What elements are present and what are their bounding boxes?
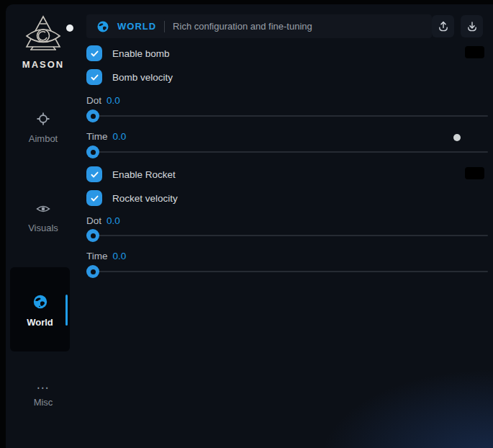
slider-value: 0.0 [113, 251, 127, 261]
section-title: WORLD [117, 21, 156, 32]
checkbox-label: Enable bomb [112, 48, 170, 59]
slider-track[interactable] [86, 115, 488, 117]
upload-icon [437, 20, 450, 33]
slider-handle[interactable] [86, 229, 99, 242]
slider-label: Time [86, 131, 108, 142]
checkbox-label: Rocket velocity [112, 193, 178, 204]
cheat-menu-window: MASON Aimbot Visuals [6, 4, 493, 448]
slider-rocket-dot[interactable] [86, 229, 488, 242]
download-icon [466, 20, 479, 33]
slider-value: 0.0 [107, 215, 120, 226]
crosshair-icon [37, 112, 50, 125]
slider-track[interactable] [86, 271, 488, 272]
slider-caption: Dot 0.0 [86, 95, 120, 106]
cursor-dot [453, 134, 461, 141]
slider-track[interactable] [86, 235, 488, 236]
ellipsis-icon: ⋯ [6, 385, 81, 392]
slider-bomb-dot[interactable] [86, 109, 488, 122]
slider-label: Time [86, 251, 108, 261]
slider-bomb-time[interactable] [86, 145, 488, 158]
slider-rocket-time[interactable] [86, 265, 488, 278]
export-config-button[interactable] [432, 15, 454, 37]
slider-handle[interactable] [86, 109, 99, 122]
eye-icon [36, 203, 50, 216]
section-subtitle: Rich configuration and fine-tuning [173, 21, 312, 32]
checkbox-label: Bomb velocity [112, 72, 173, 83]
sidebar: MASON Aimbot Visuals [6, 4, 81, 448]
checkbox-enable-rocket[interactable] [86, 166, 102, 182]
slider-caption: Time 0.0 [86, 131, 126, 142]
checkbox-bomb-velocity[interactable] [86, 69, 102, 85]
slider-value: 0.0 [113, 131, 127, 142]
bomb-color-swatch[interactable] [465, 46, 484, 58]
header-divider [164, 21, 165, 32]
slider-track[interactable] [86, 151, 488, 153]
eye-pyramid-icon [22, 45, 65, 57]
sidebar-item-label: Misc [6, 397, 81, 408]
sidebar-item-label: Visuals [6, 223, 81, 233]
brand-name: MASON [6, 59, 81, 70]
checkbox-row: Enable Rocket [86, 166, 176, 182]
rocket-color-swatch[interactable] [465, 167, 484, 179]
checkbox-enable-bomb[interactable] [86, 45, 102, 61]
sidebar-item-misc[interactable]: ⋯ Misc [6, 385, 81, 408]
sidebar-item-world[interactable]: World [10, 267, 70, 351]
sidebar-item-label: World [10, 317, 70, 328]
slider-caption: Dot 0.0 [86, 215, 120, 226]
checkbox-row: Bomb velocity [86, 69, 173, 85]
slider-handle[interactable] [86, 265, 99, 278]
slider-label: Dot [86, 215, 101, 226]
checkbox-row: Rocket velocity [86, 190, 178, 206]
globe-icon [96, 20, 109, 33]
sidebar-item-aimbot[interactable]: Aimbot [6, 112, 81, 144]
sidebar-item-visuals[interactable]: Visuals [6, 203, 81, 233]
section-header: WORLD Rich configuration and fine-tuning [86, 14, 432, 38]
import-config-button[interactable] [461, 15, 483, 37]
slider-caption: Time 0.0 [86, 251, 126, 261]
slider-label: Dot [86, 95, 101, 106]
slider-handle[interactable] [86, 145, 99, 158]
checkbox-rocket-velocity[interactable] [86, 190, 102, 206]
active-indicator-bar [65, 295, 68, 326]
sidebar-item-label: Aimbot [6, 133, 81, 144]
screen: MASON Aimbot Visuals [0, 0, 493, 448]
slider-value: 0.0 [107, 95, 120, 106]
checkbox-row: Enable bomb [86, 45, 170, 61]
cursor-dot [66, 24, 73, 32]
globe-icon [32, 294, 48, 307]
checkbox-label: Enable Rocket [112, 169, 176, 180]
brand-logo: MASON [6, 14, 81, 70]
